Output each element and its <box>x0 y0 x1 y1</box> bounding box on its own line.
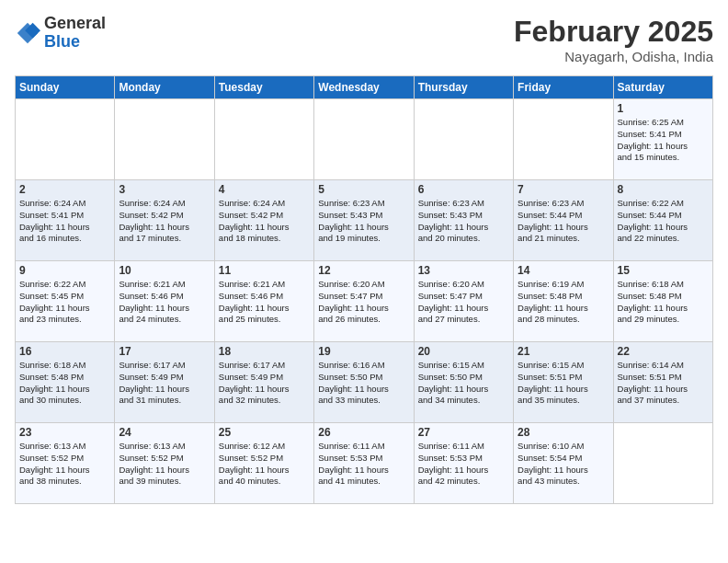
week-row-2: 2Sunrise: 6:24 AM Sunset: 5:41 PM Daylig… <box>16 180 713 261</box>
day-number: 15 <box>618 264 709 277</box>
day-cell: 24Sunrise: 6:13 AM Sunset: 5:52 PM Dayli… <box>115 423 214 504</box>
calendar-body: 1Sunrise: 6:25 AM Sunset: 5:41 PM Daylig… <box>16 99 713 504</box>
day-cell: 2Sunrise: 6:24 AM Sunset: 5:41 PM Daylig… <box>16 180 115 261</box>
day-info: Sunrise: 6:16 AM Sunset: 5:50 PM Dayligh… <box>318 360 409 407</box>
day-cell: 26Sunrise: 6:11 AM Sunset: 5:53 PM Dayli… <box>314 423 414 504</box>
day-cell: 3Sunrise: 6:24 AM Sunset: 5:42 PM Daylig… <box>115 180 214 261</box>
day-info: Sunrise: 6:17 AM Sunset: 5:49 PM Dayligh… <box>119 360 210 407</box>
calendar-header: SundayMondayTuesdayWednesdayThursdayFrid… <box>16 76 713 99</box>
day-cell: 18Sunrise: 6:17 AM Sunset: 5:49 PM Dayli… <box>214 342 313 423</box>
day-number: 5 <box>318 183 409 196</box>
day-number: 8 <box>618 183 709 196</box>
logo-blue: Blue <box>44 33 106 52</box>
day-number: 7 <box>518 183 609 196</box>
day-number: 28 <box>518 426 609 439</box>
day-info: Sunrise: 6:15 AM Sunset: 5:51 PM Dayligh… <box>518 360 609 407</box>
day-number: 1 <box>618 102 709 115</box>
day-number: 21 <box>518 345 609 358</box>
day-number: 3 <box>119 183 210 196</box>
calendar-subtitle: Nayagarh, Odisha, India <box>514 49 713 64</box>
day-info: Sunrise: 6:24 AM Sunset: 5:41 PM Dayligh… <box>19 198 110 245</box>
day-cell: 1Sunrise: 6:25 AM Sunset: 5:41 PM Daylig… <box>613 99 712 180</box>
day-number: 16 <box>19 345 110 358</box>
day-info: Sunrise: 6:15 AM Sunset: 5:50 PM Dayligh… <box>418 360 509 407</box>
day-number: 20 <box>418 345 509 358</box>
day-info: Sunrise: 6:25 AM Sunset: 5:41 PM Dayligh… <box>618 117 709 164</box>
day-cell: 19Sunrise: 6:16 AM Sunset: 5:50 PM Dayli… <box>314 342 414 423</box>
day-cell: 9Sunrise: 6:22 AM Sunset: 5:45 PM Daylig… <box>16 261 115 342</box>
day-info: Sunrise: 6:24 AM Sunset: 5:42 PM Dayligh… <box>119 198 210 245</box>
day-number: 12 <box>318 264 409 277</box>
day-number: 19 <box>318 345 409 358</box>
day-cell: 22Sunrise: 6:14 AM Sunset: 5:51 PM Dayli… <box>613 342 712 423</box>
week-row-4: 16Sunrise: 6:18 AM Sunset: 5:48 PM Dayli… <box>16 342 713 423</box>
day-info: Sunrise: 6:22 AM Sunset: 5:44 PM Dayligh… <box>618 198 709 245</box>
day-cell: 11Sunrise: 6:21 AM Sunset: 5:46 PM Dayli… <box>214 261 313 342</box>
day-cell: 14Sunrise: 6:19 AM Sunset: 5:48 PM Dayli… <box>514 261 613 342</box>
day-info: Sunrise: 6:13 AM Sunset: 5:52 PM Dayligh… <box>19 441 110 488</box>
day-cell <box>16 99 115 180</box>
day-number: 2 <box>19 183 110 196</box>
day-number: 26 <box>318 426 409 439</box>
day-number: 17 <box>119 345 210 358</box>
header-tuesday: Tuesday <box>214 76 313 99</box>
day-info: Sunrise: 6:19 AM Sunset: 5:48 PM Dayligh… <box>518 279 609 326</box>
day-cell <box>214 99 313 180</box>
day-cell: 12Sunrise: 6:20 AM Sunset: 5:47 PM Dayli… <box>314 261 414 342</box>
day-info: Sunrise: 6:20 AM Sunset: 5:47 PM Dayligh… <box>418 279 509 326</box>
day-cell: 27Sunrise: 6:11 AM Sunset: 5:53 PM Dayli… <box>414 423 513 504</box>
day-cell: 23Sunrise: 6:13 AM Sunset: 5:52 PM Dayli… <box>16 423 115 504</box>
day-cell: 5Sunrise: 6:23 AM Sunset: 5:43 PM Daylig… <box>314 180 414 261</box>
day-info: Sunrise: 6:22 AM Sunset: 5:45 PM Dayligh… <box>19 279 110 326</box>
day-cell: 28Sunrise: 6:10 AM Sunset: 5:54 PM Dayli… <box>514 423 613 504</box>
calendar-table: SundayMondayTuesdayWednesdayThursdayFrid… <box>15 75 713 504</box>
page-header: General Blue February 2025 Nayagarh, Odi… <box>15 15 713 64</box>
day-cell: 4Sunrise: 6:24 AM Sunset: 5:42 PM Daylig… <box>214 180 313 261</box>
day-number: 22 <box>618 345 709 358</box>
day-cell <box>414 99 513 180</box>
day-info: Sunrise: 6:10 AM Sunset: 5:54 PM Dayligh… <box>518 441 609 488</box>
day-cell: 10Sunrise: 6:21 AM Sunset: 5:46 PM Dayli… <box>115 261 214 342</box>
day-info: Sunrise: 6:11 AM Sunset: 5:53 PM Dayligh… <box>318 441 409 488</box>
calendar-title: February 2025 <box>514 15 713 49</box>
day-number: 13 <box>418 264 509 277</box>
day-cell: 8Sunrise: 6:22 AM Sunset: 5:44 PM Daylig… <box>613 180 712 261</box>
week-row-1: 1Sunrise: 6:25 AM Sunset: 5:41 PM Daylig… <box>16 99 713 180</box>
day-cell <box>314 99 414 180</box>
day-cell: 25Sunrise: 6:12 AM Sunset: 5:52 PM Dayli… <box>214 423 313 504</box>
day-cell <box>514 99 613 180</box>
day-number: 11 <box>219 264 310 277</box>
day-cell: 13Sunrise: 6:20 AM Sunset: 5:47 PM Dayli… <box>414 261 513 342</box>
day-info: Sunrise: 6:21 AM Sunset: 5:46 PM Dayligh… <box>119 279 210 326</box>
logo: General Blue <box>15 15 106 52</box>
day-number: 25 <box>219 426 310 439</box>
day-number: 23 <box>19 426 110 439</box>
day-number: 24 <box>119 426 210 439</box>
day-cell: 15Sunrise: 6:18 AM Sunset: 5:48 PM Dayli… <box>613 261 712 342</box>
day-number: 4 <box>219 183 310 196</box>
header-friday: Friday <box>514 76 613 99</box>
day-info: Sunrise: 6:18 AM Sunset: 5:48 PM Dayligh… <box>618 279 709 326</box>
day-cell: 7Sunrise: 6:23 AM Sunset: 5:44 PM Daylig… <box>514 180 613 261</box>
header-row: SundayMondayTuesdayWednesdayThursdayFrid… <box>16 76 713 99</box>
day-number: 18 <box>219 345 310 358</box>
day-cell: 16Sunrise: 6:18 AM Sunset: 5:48 PM Dayli… <box>16 342 115 423</box>
day-number: 14 <box>518 264 609 277</box>
week-row-3: 9Sunrise: 6:22 AM Sunset: 5:45 PM Daylig… <box>16 261 713 342</box>
header-monday: Monday <box>115 76 214 99</box>
header-wednesday: Wednesday <box>314 76 414 99</box>
day-info: Sunrise: 6:13 AM Sunset: 5:52 PM Dayligh… <box>119 441 210 488</box>
day-info: Sunrise: 6:12 AM Sunset: 5:52 PM Dayligh… <box>219 441 310 488</box>
day-number: 27 <box>418 426 509 439</box>
day-info: Sunrise: 6:11 AM Sunset: 5:53 PM Dayligh… <box>418 441 509 488</box>
header-saturday: Saturday <box>613 76 712 99</box>
day-info: Sunrise: 6:14 AM Sunset: 5:51 PM Dayligh… <box>618 360 709 407</box>
day-number: 6 <box>418 183 509 196</box>
header-thursday: Thursday <box>414 76 513 99</box>
logo-general: General <box>44 15 106 33</box>
day-info: Sunrise: 6:18 AM Sunset: 5:48 PM Dayligh… <box>19 360 110 407</box>
title-block: February 2025 Nayagarh, Odisha, India <box>514 15 713 64</box>
day-cell <box>115 99 214 180</box>
logo-text: General Blue <box>44 15 106 52</box>
day-info: Sunrise: 6:21 AM Sunset: 5:46 PM Dayligh… <box>219 279 310 326</box>
